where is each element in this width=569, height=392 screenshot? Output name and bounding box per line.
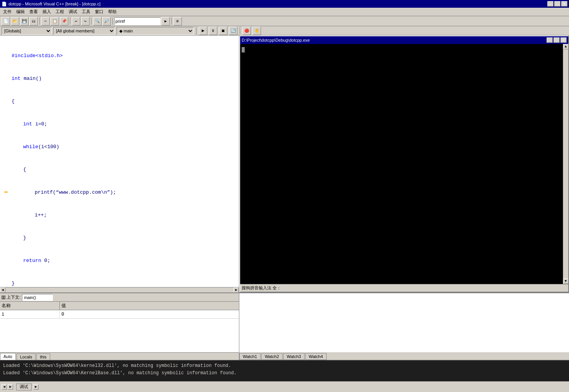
menu-project[interactable]: 工程 (53, 8, 66, 15)
output-panel: Loaded 'C:\Windows\SysWOW64\kernel32.dll… (0, 360, 569, 381)
context-value: main() (22, 294, 53, 301)
tab-locals[interactable]: Locals (17, 353, 36, 360)
col-name-header: 名称 (0, 302, 60, 310)
context-label: 上下文: (2, 294, 20, 300)
editor-left: #include<stdio.h> int main() { int i=0; … (0, 35, 239, 292)
code-line-9: } (12, 234, 237, 242)
scope-dropdown[interactable]: [Globals] (2, 27, 52, 35)
scroll-right-btn[interactable]: ▶ (234, 287, 239, 293)
console-scroll-down[interactable]: ▼ (563, 279, 569, 284)
redo-btn[interactable]: ↪ (81, 17, 90, 25)
debug-right-panel: Watch1 Watch2 Watch3 Watch4 (239, 293, 569, 360)
col-value-header: 值 (60, 302, 68, 310)
close-button[interactable]: ✕ (561, 1, 567, 7)
sep5 (171, 18, 172, 25)
console-title-bar: D:\Project\dotcpp\Debug\dotcpp.exe ─ □ ✕ (240, 36, 568, 44)
debug-pause-btn[interactable]: ⏸ (209, 27, 217, 35)
members-dropdown[interactable]: [All global members] (53, 27, 115, 35)
tab-this[interactable]: this (36, 353, 50, 360)
debug-btn[interactable]: ⚙ (173, 17, 182, 25)
console-body (240, 44, 568, 284)
console-minimize-btn[interactable]: ─ (547, 37, 553, 43)
open-btn[interactable]: 📂 (11, 17, 19, 25)
tab-watch2[interactable]: Watch2 (261, 353, 283, 360)
code-content: #include<stdio.h> int main() { int i=0; … (0, 35, 239, 287)
editor-hscrollbar[interactable]: ◀ ▶ (0, 287, 239, 292)
watch-tabs: Watch1 Watch2 Watch3 Watch4 (239, 352, 569, 360)
console-scroll-up[interactable]: ▲ (563, 44, 569, 49)
code-line-5: while(i<100) (12, 143, 237, 151)
cut-btn[interactable]: ✂ (41, 17, 50, 25)
copy-btn[interactable]: 📋 (51, 17, 59, 25)
nav-buttons: ◀ ▶ (2, 384, 13, 390)
maximize-button[interactable]: □ (554, 1, 561, 7)
tab-watch1[interactable]: Watch1 (239, 353, 261, 360)
tab-watch3[interactable]: Watch3 (283, 353, 305, 360)
tab-nav-btn[interactable]: ▶ (33, 384, 39, 390)
code-line-7-current: ➡ printf(“www.dotcpp.com\n”); (12, 189, 237, 196)
sep3 (91, 18, 91, 25)
console-cursor (242, 47, 245, 52)
console-statusbar: 搜狗拼音输入法 全： (240, 284, 568, 292)
tab-auto[interactable]: Auto (0, 353, 16, 360)
locals-table-body: i 0 (0, 310, 239, 352)
current-line-arrow: ➡ (4, 189, 8, 196)
hand-btn[interactable]: 🤚 (252, 27, 261, 35)
console-buttons: ─ □ ✕ (547, 37, 567, 43)
search-go-btn[interactable]: ▶ (161, 17, 170, 25)
menu-edit[interactable]: 编辑 (14, 8, 27, 15)
debug-stop-btn[interactable]: ⏹ (219, 27, 227, 35)
search-input[interactable] (114, 17, 161, 25)
locals-row-0: i 0 (0, 310, 239, 319)
status-left-btn[interactable]: ◀ (2, 384, 7, 390)
menu-tools[interactable]: 工具 (80, 8, 93, 15)
code-editor[interactable]: #include<stdio.h> int main() { int i=0; … (0, 35, 239, 287)
menu-view[interactable]: 查看 (27, 8, 40, 15)
console-screen (240, 44, 568, 284)
output-line-1: Loaded 'C:\Windows\SysWOW64\kernel32.dll… (3, 362, 566, 370)
debug-restart-btn[interactable]: 🔄 (229, 27, 237, 35)
sep1 (39, 18, 40, 25)
status-bar: ◀ ▶ 调试 ▶ (0, 381, 569, 392)
locals-tabs: Auto Locals this (0, 352, 239, 360)
watch-area (239, 293, 569, 352)
bottom-section: 上下文: main() 名称 值 i (0, 292, 569, 360)
debug-run-btn[interactable]: ▶ (199, 27, 207, 35)
status-right-btn[interactable]: ▶ (8, 384, 13, 390)
undo-btn[interactable]: ↩ (72, 17, 80, 25)
symbol-dropdown[interactable]: ◆ main (117, 27, 194, 35)
menu-insert[interactable]: 插入 (40, 8, 53, 15)
console-close-btn[interactable]: ✕ (561, 37, 567, 43)
find-btn[interactable]: 🔍 (93, 17, 102, 25)
editor-right-container: #include<stdio.h> int main() { int i=0; … (0, 35, 569, 292)
console-title-text: D:\Project\dotcpp\Debug\dotcpp.exe (242, 38, 547, 42)
menu-debug[interactable]: 调试 (66, 8, 80, 15)
paste-btn[interactable]: 📌 (60, 17, 68, 25)
sep6 (196, 27, 196, 34)
debug-left-panel: 上下文: main() 名称 值 i (0, 293, 239, 360)
locals-table-header: 名称 值 (0, 302, 239, 310)
menu-file[interactable]: 文件 (1, 8, 14, 15)
new-file-btn[interactable]: 📄 (2, 17, 10, 25)
code-line-11: } (12, 280, 237, 287)
tab-watch4[interactable]: Watch4 (305, 353, 327, 360)
title-bar-text: dotcpp - Microsoft Visual C++ [break] - … (8, 2, 547, 6)
console-maximize-btn[interactable]: □ (554, 37, 560, 43)
sep7 (240, 27, 240, 34)
sep4 (112, 18, 113, 25)
scroll-left-btn[interactable]: ◀ (0, 287, 5, 293)
menu-help[interactable]: 帮助 (106, 8, 119, 15)
save-btn[interactable]: 💾 (20, 17, 29, 25)
minimize-button[interactable]: ─ (547, 1, 554, 7)
menu-window[interactable]: 窗口 (93, 8, 106, 15)
code-line-1: #include<stdio.h> (12, 52, 237, 60)
sep2 (70, 18, 70, 25)
locals-cell-name-0: i (0, 311, 60, 318)
find2-btn[interactable]: 🔎 (102, 17, 111, 25)
main-container: 📄 dotcpp - Microsoft Visual C++ [break] … (0, 0, 569, 392)
code-line-4: int i=0; (12, 120, 237, 128)
breakpoint-btn[interactable]: 🔴 (242, 27, 251, 35)
save-all-btn[interactable]: 🗂 (29, 17, 38, 25)
console-vscrollbar[interactable]: ▲ ▼ (563, 44, 568, 284)
tab-debug-output[interactable]: 调试 (16, 384, 32, 390)
